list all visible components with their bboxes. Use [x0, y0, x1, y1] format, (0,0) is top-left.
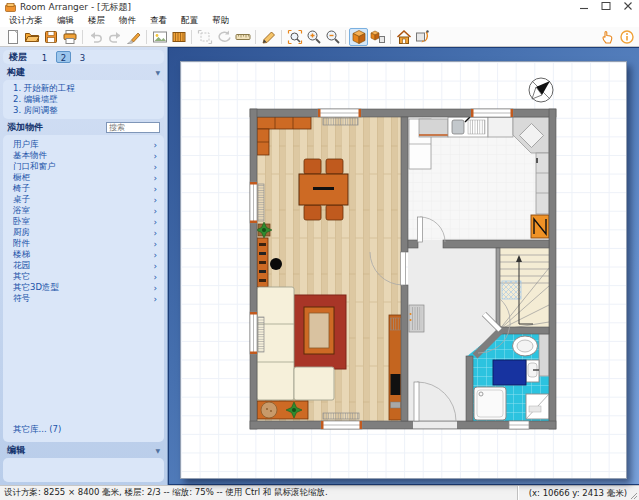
washing-machine[interactable]: [526, 394, 549, 419]
floors-panel: 楼层 123: [3, 50, 164, 64]
toolbar-separator: [345, 30, 346, 44]
window[interactable]: [318, 109, 361, 117]
edit-section-header[interactable]: 编辑 ▼: [0, 443, 167, 457]
undo-button[interactable]: [86, 28, 105, 46]
view-walls-button[interactable]: [368, 28, 387, 46]
sideboard[interactable]: [257, 401, 308, 419]
stair-landing: [502, 281, 521, 299]
dining-chair[interactable]: [326, 205, 343, 220]
coffee-table[interactable]: [304, 307, 334, 354]
more-libraries-link[interactable]: 其它库... (7): [3, 422, 164, 439]
brush-button[interactable]: [124, 28, 143, 46]
menu-item[interactable]: 配置: [174, 14, 205, 27]
menu-item[interactable]: 查看: [143, 14, 174, 27]
resize-icon: [197, 29, 213, 45]
zoom-out-button[interactable]: [323, 28, 342, 46]
toilet[interactable]: [513, 336, 538, 356]
menu-item[interactable]: 设计方案: [2, 14, 50, 27]
shower-tray[interactable]: [474, 387, 506, 420]
draw-button[interactable]: [259, 28, 278, 46]
bath-mat[interactable]: [493, 360, 526, 385]
menu-item[interactable]: 物件: [112, 14, 143, 27]
print-button[interactable]: [60, 28, 79, 46]
category-item[interactable]: 门口和窗户›: [3, 161, 164, 172]
category-item[interactable]: 卧室›: [3, 216, 164, 227]
radiator[interactable]: [323, 118, 358, 125]
radiator[interactable]: [258, 184, 264, 221]
category-item[interactable]: 厨房›: [3, 227, 164, 238]
chevron-down-icon[interactable]: ▼: [155, 69, 160, 76]
info-button[interactable]: [617, 28, 636, 46]
export-image-button[interactable]: [150, 28, 169, 46]
zoom-in-button[interactable]: [304, 28, 323, 46]
floor-button-3[interactable]: 3: [75, 51, 90, 63]
category-item[interactable]: 橱柜›: [3, 172, 164, 183]
stove[interactable]: [531, 215, 549, 238]
category-item[interactable]: 浴室›: [3, 205, 164, 216]
dining-chair[interactable]: [304, 159, 321, 174]
category-item[interactable]: 其它3D造型›: [3, 282, 164, 293]
radiator[interactable]: [323, 413, 359, 419]
redo-button[interactable]: [105, 28, 124, 46]
hall-cabinet[interactable]: [409, 305, 424, 332]
radiator[interactable]: [258, 317, 264, 352]
bookshelf[interactable]: [257, 238, 268, 287]
pointer-button[interactable]: [598, 28, 617, 46]
window[interactable]: [321, 421, 362, 429]
category-item[interactable]: 桌子›: [3, 194, 164, 205]
menu-item[interactable]: 帮助: [205, 14, 236, 27]
zoom-fit-button[interactable]: [285, 28, 304, 46]
category-item[interactable]: 楼梯›: [3, 249, 164, 260]
rotate-button[interactable]: [214, 28, 233, 46]
drawing-paper[interactable]: [180, 61, 627, 479]
maximize-icon: [600, 1, 612, 13]
floor-button-1[interactable]: 1: [37, 51, 52, 63]
potted-plant[interactable]: [256, 222, 272, 238]
category-item[interactable]: 附件›: [3, 238, 164, 249]
view-3d-button[interactable]: [349, 28, 368, 46]
toolbar-separator: [390, 30, 391, 44]
dining-chair[interactable]: [326, 159, 343, 174]
floor-lamp[interactable]: [270, 258, 282, 270]
walkthrough-button[interactable]: [413, 28, 432, 46]
close-button[interactable]: [617, 0, 639, 14]
build-step-link[interactable]: 1. 开始新的工程: [3, 83, 164, 94]
floor-button-2[interactable]: 2: [56, 51, 71, 63]
category-item[interactable]: 符号›: [3, 293, 164, 304]
menu-item[interactable]: 楼层: [81, 14, 112, 27]
bath-cabinet[interactable]: [539, 334, 549, 376]
chevron-right-icon: ›: [153, 261, 157, 271]
measure-button[interactable]: [233, 28, 252, 46]
category-item[interactable]: 椅子›: [3, 183, 164, 194]
chevron-down-icon[interactable]: ▼: [155, 447, 160, 454]
compass-rose[interactable]: [529, 78, 553, 102]
resize-button[interactable]: [195, 28, 214, 46]
texture-button[interactable]: [169, 28, 188, 46]
bathroom-sink[interactable]: [526, 360, 539, 382]
resize-grip[interactable]: [630, 492, 638, 500]
window[interactable]: [250, 312, 257, 354]
category-item[interactable]: 用户库›: [3, 139, 164, 150]
category-item[interactable]: 花园›: [3, 260, 164, 271]
pouf[interactable]: [261, 402, 277, 418]
minimize-button[interactable]: [573, 0, 595, 14]
tv-cabinet[interactable]: [389, 315, 402, 420]
search-input[interactable]: [106, 122, 160, 133]
menu-item[interactable]: 编辑: [50, 14, 81, 27]
save-button[interactable]: [41, 28, 60, 46]
build-step-link[interactable]: 2. 编辑墙壁: [3, 94, 164, 105]
view-home-button[interactable]: [394, 28, 413, 46]
dining-chair[interactable]: [304, 205, 321, 220]
tv[interactable]: [391, 374, 401, 395]
canvas-area[interactable]: [168, 47, 639, 485]
maximize-button[interactable]: [595, 0, 617, 14]
window[interactable]: [509, 421, 529, 429]
category-item[interactable]: 基本物件›: [3, 150, 164, 161]
build-step-link[interactable]: 3. 房间调整: [3, 105, 164, 116]
build-section-header[interactable]: 构建 ▼: [0, 65, 167, 79]
window[interactable]: [250, 182, 257, 223]
window[interactable]: [471, 109, 513, 117]
category-item[interactable]: 其它›: [3, 271, 164, 282]
new-button[interactable]: [3, 28, 22, 46]
open-button[interactable]: [22, 28, 41, 46]
